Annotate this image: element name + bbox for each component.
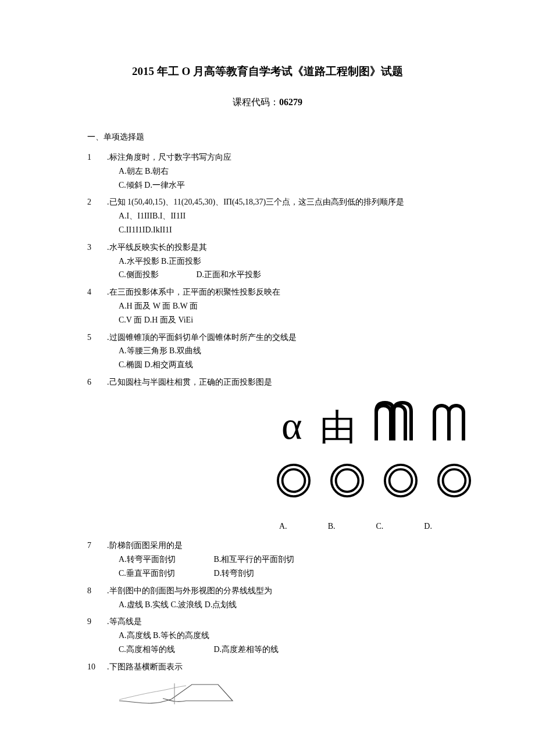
double-circle-icon [436,463,472,499]
question-8: 8 .半剖图中的剖面图与外形视图的分界线线型为 A.虚线 B.实线 C.波浪线 … [87,584,448,612]
course-code-line: 课程代码：06279 [87,96,448,109]
q7-opt-a: A.转弯平面剖切 [119,553,194,567]
q6-letters-row: A. B. C. D. [279,516,432,533]
q6-opt-a: A. [279,519,287,533]
q1-opt-cd: C.倾斜 D.一律水平 [119,178,448,192]
q7-text: .阶梯剖面图采用的是 [107,539,183,553]
q7-num: 7 [87,539,107,553]
course-code-value: 06279 [279,97,302,107]
page-title: 2015 年工 O 月高等教育自学考试《道路工程制图》试题 [87,64,448,79]
q8-opt-all: A.虚线 B.实线 C.波浪线 D.点划线 [119,598,448,612]
q8-text: .半剖图中的剖面图与外形视图的分界线线型为 [107,584,272,598]
q4-text: .在三面投影体系中，正平面的积聚性投影反映在 [107,285,280,299]
q3-num: 3 [87,241,107,255]
q6-opt-b: B. [328,519,336,533]
q9-text: .等高线是 [107,615,142,629]
q1-num: 1 [87,151,107,164]
q4-num: 4 [87,285,107,299]
question-10: 10 .下图路基横断面表示 [87,660,448,712]
question-6: 6 .己知圆柱与半圆柱相贯，正确的正面投影图是 α 由 [87,375,448,533]
q10-num: 10 [87,660,107,674]
double-circle-icon [276,463,312,499]
q5-num: 5 [87,331,107,345]
q9-opt-ab: A.高度线 B.等长的高度线 [119,629,448,643]
q6-text: .己知圆柱与半圆柱相贯，正确的正面投影图是 [107,375,272,389]
question-9: 9 .等高线是 A.高度线 B.等长的高度线 C.高度相等的线 D.高度差相等的… [87,615,448,656]
you-glyph-icon: 由 [320,409,356,445]
svg-point-1 [283,469,305,492]
course-code-label: 课程代码： [233,97,279,107]
q7-opt-d: D.转弯剖切 [214,567,255,581]
double-circle-icon [329,463,365,499]
section-1-header: 一、单项选择题 [87,132,448,142]
q6-circles-row [276,463,472,499]
q10-cross-section-sketch [87,679,448,712]
svg-point-5 [390,469,412,492]
q1-text: .标注角度时，尺寸数字书写方向应 [107,151,231,164]
q2-text: .已知 1(50,40,15)、11(20,45,30)、IΠ(45,18,37… [107,195,404,209]
q3-opt-d: D.正面和水平投影 [197,268,262,282]
q3-text: .水平线反映实长的投影是其 [107,241,207,255]
q6-opt-c: C. [376,519,383,533]
mm-glyph-icon [373,400,484,445]
q9-opt-d: D.高度差相等的线 [214,643,279,657]
q2-num: 2 [87,195,107,209]
question-3: 3 .水平线反映实长的投影是其 A.水平投影 B.正面投影 C.侧面投影 D.正… [87,241,448,282]
q6-figure-block: α 由 [250,400,448,533]
q3-opt-ab: A.水平投影 B.正面投影 [119,255,448,268]
svg-point-3 [336,469,359,492]
question-7: 7 .阶梯剖面图采用的是 A.转弯平面剖切 B.相互平行的平面剖切 C.垂直平面… [87,539,448,580]
q5-text: .过圆锥锥顶的平面斜切单个圆锥体时所产生的交线是 [107,331,297,345]
document-page: 2015 年工 O 月高等教育自学考试《道路工程制图》试题 课程代码：06279… [0,0,535,756]
q4-opt-cd: C.V 面 D.H 面及 ViEi [119,313,448,327]
q7-opt-c: C.垂直平面剖切 [119,567,194,581]
alpha-glyph-icon: α [281,406,302,445]
q1-opt-ab: A.朝左 B.朝右 [119,164,448,178]
q4-opt-ab: A.H 面及 W 面 B.W 面 [119,299,448,313]
q6-opt-d: D. [424,519,432,533]
q2-opt-cd: C.II1I1ID.IkII1I [119,223,448,237]
svg-point-7 [443,469,466,492]
q5-opt-cd: C.椭圆 D.相交两直线 [119,358,448,372]
q6-num: 6 [87,375,107,389]
q8-num: 8 [87,584,107,598]
q6-top-glyph-row: α 由 [281,400,484,445]
question-4: 4 .在三面投影体系中，正平面的积聚性投影反映在 A.H 面及 W 面 B.W … [87,285,448,327]
question-1: 1 .标注角度时，尺寸数字书写方向应 A.朝左 B.朝右 C.倾斜 D.一律水平 [87,151,448,192]
q5-opt-ab: A.等腰三角形 B.双曲线 [119,344,448,358]
double-circle-icon [383,463,419,499]
q9-num: 9 [87,615,107,629]
q2-opt-ab: A.I、I1IIIB.I、II1II [119,209,448,223]
question-5: 5 .过圆锥锥顶的平面斜切单个圆锥体时所产生的交线是 A.等腰三角形 B.双曲线… [87,331,448,372]
q10-text: .下图路基横断面表示 [107,660,183,674]
q9-opt-c: C.高度相等的线 [119,643,194,657]
question-2: 2 .已知 1(50,40,15)、11(20,45,30)、IΠ(45,18,… [87,195,448,237]
q3-opt-c: C.侧面投影 [119,268,177,282]
q7-opt-b: B.相互平行的平面剖切 [214,553,295,567]
